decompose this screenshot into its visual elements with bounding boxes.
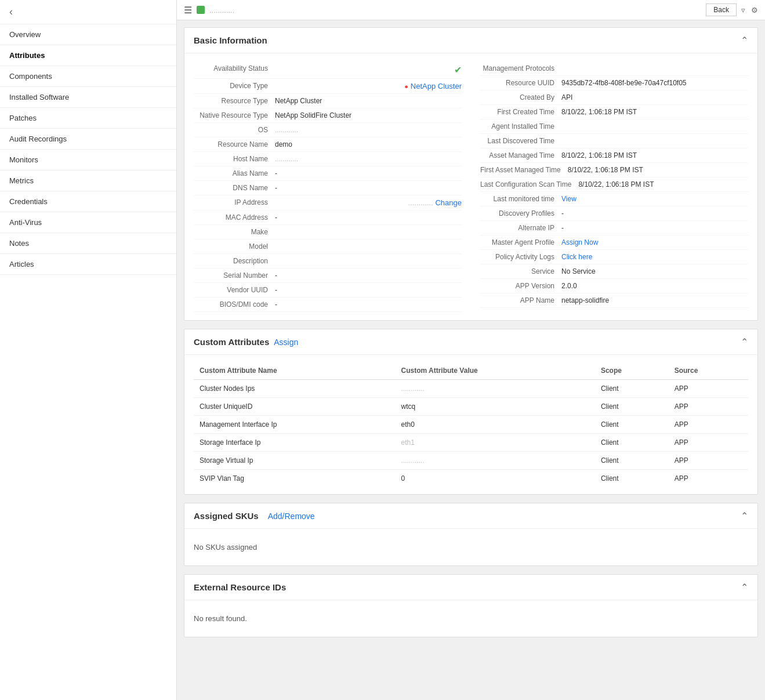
custom-attributes-title-group: Custom Attributes Assign [194,337,298,347]
info-label: Asset Managed Time [480,151,561,159]
info-value[interactable]: Assign Now [561,238,748,246]
info-row-vendor-uuid: Vendor UUID- [194,283,462,298]
sidebar-item-patches[interactable]: Patches [0,108,176,129]
attr-scope-cell: Client [595,398,669,416]
sidebar-item-installed-software[interactable]: Installed Software [0,87,176,108]
info-row-native-resource-type: Native Resource TypeNetApp SolidFire Clu… [194,108,462,123]
basic-info-collapse-icon[interactable]: ⌃ [741,35,748,46]
sidebar-item-metrics[interactable]: Metrics [0,171,176,191]
info-row-ip-address: IP Address............ Change [194,195,462,211]
info-value: - [275,271,462,280]
info-label: Make [194,228,275,236]
attr-source-cell: APP [669,434,748,452]
info-value: - [561,209,748,217]
info-label: Description [194,257,275,265]
assigned-skus-section: Assigned SKUs Add/Remove ⌃ No SKUs assig… [184,503,758,566]
external-resource-ids-title: External Resource IDs [194,582,286,592]
info-row-resource-uuid: Resource UUID9435db72-4fb8-408f-be9e-70a… [480,76,748,90]
info-value: - [275,286,462,294]
custom-attributes-collapse-icon[interactable]: ⌃ [741,336,748,347]
info-row-app-name: APP Namenetapp-solidfire [480,293,748,308]
info-row-make: Make [194,225,462,240]
external-resource-ids-body: No result found. [184,600,757,637]
attr-source-cell: APP [669,398,748,416]
custom-attributes-assign-button[interactable]: Assign [274,338,298,347]
info-row-resource-name: Resource Namedemo [194,137,462,152]
attr-value-cell: wtcq [395,398,594,416]
info-label: Resource Name [194,140,275,148]
sidebar-item-articles[interactable]: Articles [0,254,176,275]
back-button[interactable]: Back [706,3,737,16]
info-row-service: ServiceNo Service [480,264,748,279]
basic-info-title: Basic Information [194,35,267,45]
info-value[interactable]: View [561,195,748,203]
attr-name-cell: Cluster UniqueID [194,398,395,416]
topbar: ☰ ............ Back ▿ ⚙ [177,0,765,20]
table-row: Management Interface Ipeth0ClientAPP [194,416,748,434]
info-row-policy-activity-logs: Policy Activity LogsClick here [480,250,748,264]
info-label: Host Name [194,155,275,163]
attr-value-cell: 0 [395,470,594,488]
attr-source-cell: APP [669,416,748,434]
info-value: ............ [275,126,462,134]
info-row-alternate-ip: Alternate IP- [480,221,748,235]
sidebar-item-audit-recordings[interactable]: Audit Recordings [0,129,176,150]
sidebar-item-anti-virus[interactable]: Anti-Virus [0,212,176,233]
info-label: APP Version [480,282,561,290]
sidebar-item-monitors[interactable]: Monitors [0,150,176,171]
sidebar-item-components[interactable]: Components [0,66,176,87]
table-row: Storage Interface Ipeth1ClientAPP [194,434,748,452]
table-row: Storage Virtual Ip............ClientAPP [194,452,748,470]
info-label: Native Resource Type [194,111,275,119]
info-value: NetApp Cluster [275,97,462,105]
attr-value-cell: ............ [395,380,594,398]
info-label: Last Configuration Scan Time [480,180,578,188]
info-value: - [275,300,462,309]
filter-icon[interactable]: ▿ [741,6,745,14]
info-label: Availability Status [194,64,275,72]
sidebar: ‹ OverviewAttributesComponentsInstalled … [0,0,177,700]
info-row-last-discovered-time: Last Discovered Time [480,134,748,148]
attr-source-cell: APP [669,470,748,488]
sidebar-item-attributes[interactable]: Attributes [0,45,176,66]
info-value[interactable]: Click here [561,253,748,261]
info-row-agent-installed-time: Agent Installed Time [480,119,748,134]
custom-attributes-body: Custom Attribute Name Custom Attribute V… [184,355,757,494]
settings-icon[interactable]: ⚙ [751,6,758,14]
attr-source-cell: APP [669,380,748,398]
col-attr-value: Custom Attribute Value [395,362,594,380]
attr-value-cell: ............ [395,452,594,470]
ip-change-link[interactable]: Change [435,198,462,207]
nav-back-arrow[interactable]: ‹ [0,0,176,24]
external-resource-ids-header: External Resource IDs ⌃ [184,575,757,600]
col-scope: Scope [595,362,669,380]
info-label: Model [194,242,275,251]
sidebar-item-overview[interactable]: Overview [0,24,176,45]
menu-icon[interactable]: ☰ [184,5,192,16]
info-value: NetApp SolidFire Cluster [275,111,462,119]
info-value: 2.0.0 [561,282,748,290]
basic-info-grid: Availability Status✔Device Type●NetApp C… [184,53,757,320]
info-row-alias-name: Alias Name- [194,166,462,181]
assigned-skus-collapse-icon[interactable]: ⌃ [741,510,748,521]
info-row-first-created-time: First Created Time8/10/22, 1:06:18 PM IS… [480,105,748,119]
info-row-biosdmi-code: BIOS/DMI code- [194,298,462,312]
info-label: Serial Number [194,271,275,280]
info-label: Resource UUID [480,79,561,87]
info-value: - [561,224,748,232]
add-remove-button[interactable]: Add/Remove [268,512,315,521]
topbar-right-icons: ▿ ⚙ [741,6,758,14]
sidebar-item-notes[interactable]: Notes [0,233,176,254]
info-row-description: Description [194,254,462,269]
status-dot [197,6,205,14]
external-resource-ids-collapse-icon[interactable]: ⌃ [741,582,748,593]
info-label: DNS Name [194,184,275,192]
info-label: Last Discovered Time [480,137,561,145]
info-value: No Service [561,267,748,275]
assigned-skus-title: Assigned SKUs [194,511,259,521]
col-source: Source [669,362,748,380]
col-attr-name: Custom Attribute Name [194,362,395,380]
info-row-device-type: Device Type●NetApp Cluster [194,79,462,94]
info-row-discovery-profiles: Discovery Profiles- [480,206,748,221]
sidebar-item-credentials[interactable]: Credentials [0,191,176,212]
